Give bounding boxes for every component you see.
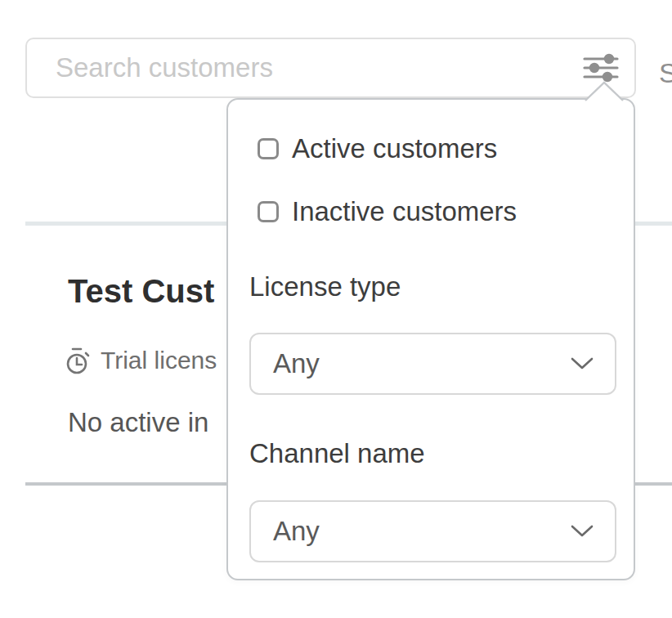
license-type-label: License type <box>249 271 401 302</box>
channel-name-select[interactable]: Any <box>249 500 616 562</box>
filter-option-active-customers[interactable]: Active customers <box>258 133 497 164</box>
search-input[interactable] <box>56 41 562 95</box>
license-row: Trial licens <box>65 345 217 376</box>
inactive-customers-checkbox[interactable] <box>258 201 279 222</box>
no-active-installations-text: No active in <box>68 407 208 438</box>
sliders-icon <box>582 52 620 83</box>
popover-caret <box>585 81 624 101</box>
select-value: Any <box>273 516 320 547</box>
active-customers-checkbox[interactable] <box>258 138 279 159</box>
customers-page: Test Cust Trial licens No active in <box>0 0 672 618</box>
stopwatch-icon <box>65 345 92 376</box>
chevron-down-icon <box>571 525 594 538</box>
channel-name-label: Channel name <box>249 438 425 469</box>
license-type-select[interactable]: Any <box>249 333 616 395</box>
search-customers-box <box>25 38 636 98</box>
filter-popover: Active customers Inactive customers Lice… <box>226 98 635 580</box>
license-type-text: Trial licens <box>101 347 217 374</box>
filter-option-inactive-customers[interactable]: Inactive customers <box>258 196 517 227</box>
checkbox-label: Inactive customers <box>292 196 517 227</box>
select-value: Any <box>273 348 320 379</box>
chevron-down-icon <box>571 357 594 370</box>
checkbox-label: Active customers <box>292 133 497 164</box>
right-edge-partial-label: S <box>659 57 672 89</box>
customer-name: Test Cust <box>68 273 214 309</box>
